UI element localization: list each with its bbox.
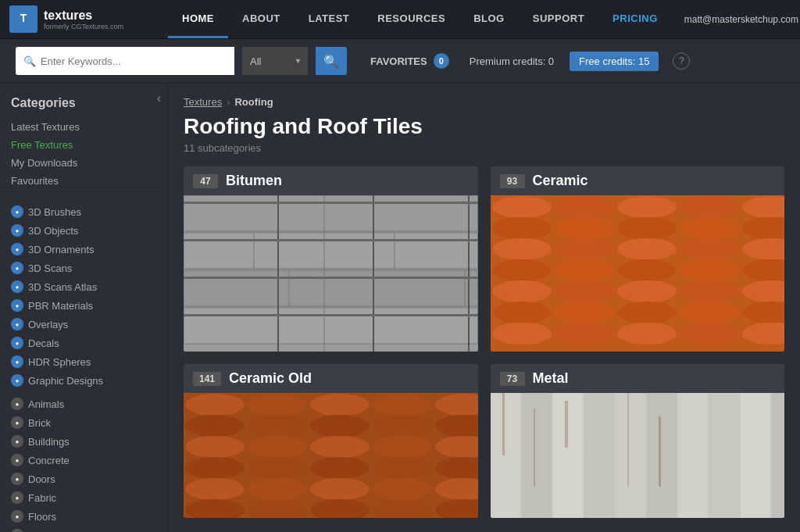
svg-rect-3 (184, 195, 478, 231)
sidebar-item-brick[interactable]: ●Brick (0, 413, 167, 432)
sidebar-item-decals[interactable]: ●Decals (0, 334, 167, 352)
svg-point-70 (310, 436, 370, 458)
svg-rect-106 (565, 401, 568, 448)
cat-icon: ● (11, 205, 23, 218)
svg-rect-2 (184, 195, 478, 352)
help-button[interactable]: ? (673, 52, 690, 70)
svg-point-39 (617, 280, 677, 302)
nav-resources[interactable]: RESOURCES (363, 0, 459, 38)
svg-rect-100 (709, 393, 739, 518)
svg-point-33 (617, 259, 677, 281)
sidebar-toggle-button[interactable]: ‹ (157, 91, 161, 105)
sidebar-item-buildings[interactable]: ●Buildings (0, 432, 167, 451)
svg-point-26 (555, 238, 614, 260)
sidebar-item-latest-textures[interactable]: Latest Textures (0, 118, 167, 136)
sidebar-item-3d-scans-atlas[interactable]: ●3D Scans Atlas (0, 277, 167, 296)
sidebar-item-3d-objects[interactable]: ●3D Objects (0, 221, 167, 240)
svg-rect-98 (647, 393, 677, 518)
sidebar-title: Categories (0, 91, 167, 118)
category-card-ceramic-old[interactable]: 141 Ceramic Old (184, 364, 478, 518)
nav-blog[interactable]: BLOG (459, 0, 519, 38)
svg-point-59 (373, 394, 432, 416)
sidebar-item-3d-ornaments[interactable]: ●3D Ornaments (0, 240, 167, 259)
free-credits-button[interactable]: Free credits: 15 (570, 52, 659, 71)
sidebar-item-fabric[interactable]: ●Fabric (0, 488, 167, 507)
user-menu[interactable]: matt@mastersketchup.com ▼ (672, 14, 800, 25)
svg-rect-97 (616, 393, 645, 518)
category-header-metal: 73 Metal (491, 364, 785, 393)
top-navigation: T textures formerly CGTextures.com HOME … (0, 0, 800, 39)
search-filter-select[interactable]: All Textures 3D Decals (242, 47, 308, 75)
breadcrumb: Textures › Roofing (184, 96, 784, 108)
nav-about[interactable]: ABOUT (228, 0, 295, 38)
logo-sub: formerly CGTextures.com (44, 23, 123, 30)
sidebar-item-hdr-spheres[interactable]: ●HDR Spheres (0, 352, 167, 371)
cat-icon: ● (11, 280, 23, 293)
sidebar-item-my-downloads[interactable]: My Downloads (0, 154, 167, 172)
breadcrumb-parent[interactable]: Textures (184, 96, 222, 108)
sidebar-item-free-textures[interactable]: Free Textures (0, 136, 167, 154)
sidebar-item-concrete[interactable]: ●Concrete (0, 451, 167, 470)
category-image-ceramic-old (184, 393, 478, 518)
cat-icon: ● (11, 374, 23, 387)
category-card-metal[interactable]: 73 Metal (491, 364, 785, 518)
svg-point-74 (185, 457, 245, 479)
category-card-bitumen[interactable]: 47 Bitumen (184, 166, 478, 352)
svg-rect-104 (502, 393, 505, 455)
svg-point-80 (185, 478, 245, 500)
category-card-ceramic[interactable]: 93 Ceramic (491, 166, 785, 352)
sidebar-item-doors[interactable]: ●Doors (0, 470, 167, 488)
svg-rect-102 (772, 393, 785, 518)
nav-pricing[interactable]: PRICING (598, 0, 672, 38)
category-image-bitumen (184, 195, 478, 352)
category-header-bitumen: 47 Bitumen (184, 166, 478, 195)
cat-icon: ● (11, 510, 23, 523)
search-button[interactable]: 🔍 (316, 47, 347, 75)
svg-point-44 (555, 302, 614, 323)
svg-point-25 (492, 238, 552, 260)
sidebar-nav-section: Latest Textures Free Textures My Downloa… (0, 118, 167, 190)
nav-home[interactable]: HOME (168, 0, 228, 38)
main-content: Textures › Roofing Roofing and Roof Tile… (168, 84, 800, 532)
search-input-wrap: 🔍 (16, 47, 234, 75)
cat-icon: ● (11, 318, 23, 330)
cat-icon: ● (11, 337, 23, 349)
cat-icon: ● (11, 299, 23, 312)
sidebar-item-3d-brushes[interactable]: ●3D Brushes (0, 202, 167, 221)
cat-icon: ● (11, 491, 23, 504)
category-name-ceramic-old: Ceramic Old (229, 370, 312, 387)
svg-rect-101 (741, 393, 770, 518)
sidebar-item-pbr-materials[interactable]: ●PBR Materials (0, 296, 167, 315)
sidebar-item-fx[interactable]: ●FX (0, 526, 167, 532)
search-filter-wrap: All Textures 3D Decals (242, 47, 308, 75)
search-input[interactable] (41, 55, 227, 67)
sidebar-item-floors[interactable]: ●Floors (0, 507, 167, 526)
sidebar-item-favourites[interactable]: Favourites (0, 172, 167, 190)
cat-icon: ● (11, 398, 23, 410)
svg-point-20 (555, 217, 614, 239)
category-image-metal (491, 393, 785, 518)
svg-point-22 (680, 217, 739, 239)
category-header-ceramic-old: 141 Ceramic Old (184, 364, 478, 393)
sidebar-item-animals[interactable]: ●Animals (0, 395, 167, 413)
sidebar-item-3d-scans[interactable]: ●3D Scans (0, 259, 167, 277)
svg-point-52 (680, 323, 739, 345)
nav-support[interactable]: SUPPORT (519, 0, 598, 38)
svg-point-51 (617, 323, 677, 345)
favorites-label: FAVORITES (370, 55, 427, 67)
cat-icon: ● (11, 224, 23, 237)
sidebar-categories-section: ●3D Brushes ●3D Objects ●3D Ornaments ●3… (0, 202, 167, 532)
svg-point-37 (492, 280, 552, 302)
svg-rect-5 (184, 270, 478, 306)
sidebar-item-graphic-designs[interactable]: ●Graphic Designs (0, 371, 167, 390)
sidebar-item-overlays[interactable]: ●Overlays (0, 315, 167, 334)
svg-rect-108 (659, 416, 661, 487)
svg-rect-94 (522, 393, 552, 518)
svg-text:T: T (20, 12, 27, 24)
svg-point-32 (555, 259, 614, 281)
logo[interactable]: T textures formerly CGTextures.com (0, 5, 168, 33)
nav-latest[interactable]: LATEST (295, 0, 364, 38)
svg-point-19 (492, 217, 552, 239)
category-count-metal: 73 (500, 372, 525, 386)
svg-rect-96 (584, 393, 614, 518)
